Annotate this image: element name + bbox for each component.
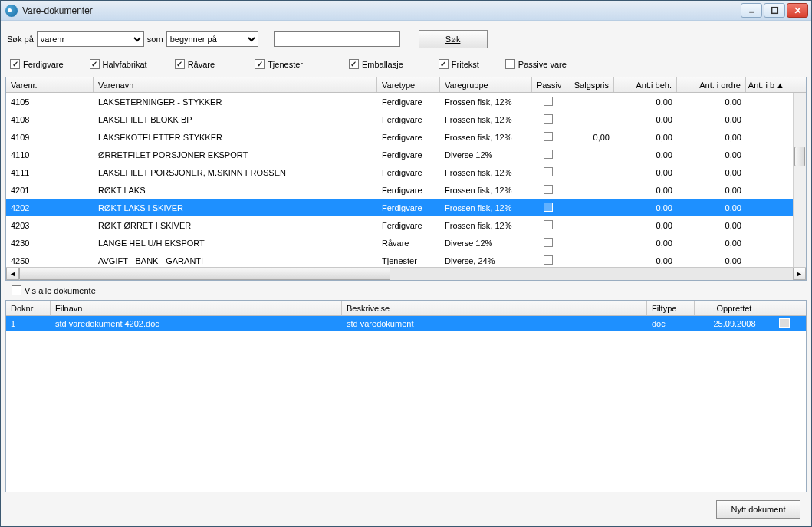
cell-passiv[interactable] xyxy=(532,167,564,178)
horizontal-scrollbar[interactable]: ◄ ► xyxy=(6,267,806,280)
documents-panel: Doknr Filnavn Beskrivelse Filtype Oppret… xyxy=(5,300,807,492)
checkbox-icon[interactable] xyxy=(544,150,553,159)
scrollbar-thumb[interactable] xyxy=(794,147,805,166)
filter-emballasje[interactable]: Emballasje xyxy=(349,59,403,69)
col-filnavn[interactable]: Filnavn xyxy=(51,301,342,315)
filter-label: Ferdigvare xyxy=(23,60,64,69)
filter-label: Emballasje xyxy=(362,60,403,69)
filter-fritekst[interactable]: Fritekst xyxy=(439,59,479,69)
cell-varenavn: LAKSEFILET BLOKK BP xyxy=(94,115,377,124)
cell-passiv[interactable] xyxy=(532,220,564,231)
checkbox-icon[interactable] xyxy=(544,167,553,176)
checkbox-icon[interactable] xyxy=(505,59,515,69)
cell-antiordre: 0,00 xyxy=(677,203,746,212)
cell-passiv[interactable] xyxy=(532,150,564,160)
table-row[interactable]: 4201RØKT LAKSFerdigvareFrossen fisk, 12%… xyxy=(6,181,806,199)
cell-varegruppe: Frossen fisk, 12% xyxy=(440,168,532,177)
cell-passiv[interactable] xyxy=(532,185,564,196)
col-beskrivelse[interactable]: Beskrivelse xyxy=(342,301,647,315)
filter-tjenester[interactable]: Tjenester xyxy=(255,59,303,69)
cell-passiv[interactable] xyxy=(532,97,564,107)
cell-varenavn: LAKSETERNINGER - STYKKER xyxy=(94,97,377,107)
checkbox-icon[interactable] xyxy=(544,255,553,265)
col-doknr[interactable]: Doknr xyxy=(6,301,51,315)
new-document-button[interactable]: Nytt dokument xyxy=(716,500,800,519)
table-row[interactable]: 4203RØKT ØRRET I SKIVERFerdigvareFrossen… xyxy=(6,216,806,234)
search-mode-select[interactable]: begynner på xyxy=(166,31,258,47)
table-row[interactable]: 4108LAKSEFILET BLOKK BPFerdigvareFrossen… xyxy=(6,110,806,128)
cell-antibeh: 0,00 xyxy=(614,221,677,230)
col-varetype[interactable]: Varetype xyxy=(377,77,440,92)
products-header: Varenr. Varenavn Varetype Varegruppe Pas… xyxy=(6,77,806,93)
checkbox-icon[interactable] xyxy=(544,114,553,124)
minimize-button[interactable] xyxy=(741,3,762,18)
cell-passiv[interactable] xyxy=(532,132,564,143)
checkbox-icon[interactable] xyxy=(439,59,449,69)
show-all-docs-checkbox[interactable] xyxy=(12,285,21,295)
cell-screen[interactable] xyxy=(774,318,793,329)
checkbox-icon[interactable] xyxy=(544,238,553,247)
table-row[interactable]: 4109LAKSEKOTELETTER STYKKERFerdigvareFro… xyxy=(6,128,806,146)
vertical-scrollbar[interactable] xyxy=(793,93,806,267)
col-antibeh[interactable]: Ant.i beh. xyxy=(614,77,677,92)
filter-råvare[interactable]: Råvare xyxy=(175,59,215,69)
col-antib[interactable]: Ant. i b▲ xyxy=(746,77,789,92)
cell-varenr: 4250 xyxy=(6,256,94,265)
scrollbar-thumb-h[interactable] xyxy=(19,268,390,280)
filter-halvfabrikat[interactable]: Halvfabrikat xyxy=(90,59,147,69)
svg-rect-1 xyxy=(771,8,777,14)
cell-passiv[interactable] xyxy=(532,203,564,213)
col-opprettet[interactable]: Opprettet xyxy=(695,301,774,315)
table-row[interactable]: 4105LAKSETERNINGER - STYKKERFerdigvareFr… xyxy=(6,93,806,110)
checkbox-icon[interactable] xyxy=(544,220,553,229)
cell-passiv[interactable] xyxy=(532,114,564,125)
table-row[interactable]: 4250AVGIFT - BANK - GARANTITjenesterDive… xyxy=(6,252,806,267)
search-button[interactable]: Søk xyxy=(419,30,488,48)
cell-varetype: Ferdigvare xyxy=(377,221,440,230)
table-row[interactable]: 4110ØRRETFILET PORSJONER EKSPORTFerdigva… xyxy=(6,146,806,163)
cell-varegruppe: Diverse 12% xyxy=(440,239,532,248)
cell-varenr: 4202 xyxy=(6,203,94,212)
col-varegruppe[interactable]: Varegruppe xyxy=(440,77,532,92)
col-extra[interactable] xyxy=(774,301,793,315)
col-varenr[interactable]: Varenr. xyxy=(6,77,94,92)
search-input[interactable] xyxy=(274,31,400,47)
cell-beskrivelse: std varedokument xyxy=(342,319,647,328)
checkbox-icon[interactable] xyxy=(10,59,20,69)
col-antiordre[interactable]: Ant. i ordre xyxy=(677,77,746,92)
scroll-left-icon[interactable]: ◄ xyxy=(6,268,19,280)
checkbox-icon[interactable] xyxy=(255,59,265,69)
search-field-select[interactable]: varenr xyxy=(37,31,144,47)
scroll-right-icon[interactable]: ► xyxy=(793,268,806,280)
cell-antibeh: 0,00 xyxy=(614,150,677,160)
cell-varenr: 4109 xyxy=(6,133,94,142)
col-salgspris[interactable]: Salgspris xyxy=(564,77,614,92)
checkbox-icon[interactable] xyxy=(544,203,553,212)
checkbox-icon[interactable] xyxy=(544,132,553,141)
checkbox-icon[interactable] xyxy=(544,97,553,106)
checkbox-icon[interactable] xyxy=(544,185,553,194)
checkbox-icon[interactable] xyxy=(90,59,100,69)
documents-body[interactable]: 1std varedokument 4202.docstd varedokume… xyxy=(6,316,806,492)
cell-varenavn: LANGE HEL U/H EKSPORT xyxy=(94,239,377,248)
search-row: Søk på varenr som begynner på Søk xyxy=(5,25,807,56)
checkbox-icon[interactable] xyxy=(349,59,359,69)
cell-varegruppe: Frossen fisk, 12% xyxy=(440,186,532,195)
checkbox-icon[interactable] xyxy=(175,59,185,69)
table-row[interactable]: 4202RØKT LAKS I SKIVERFerdigvareFrossen … xyxy=(6,199,806,216)
table-row[interactable]: 1std varedokument 4202.docstd varedokume… xyxy=(6,316,806,331)
titlebar[interactable]: Vare-dokumenter xyxy=(1,1,811,21)
products-body[interactable]: 4105LAKSETERNINGER - STYKKERFerdigvareFr… xyxy=(6,93,806,267)
table-row[interactable]: 4111LAKSEFILET PORSJONER, M.SKINN FROSSE… xyxy=(6,163,806,181)
cell-passiv[interactable] xyxy=(532,238,564,249)
close-button[interactable] xyxy=(787,3,808,18)
filter-ferdigvare[interactable]: Ferdigvare xyxy=(10,59,64,69)
cell-passiv[interactable] xyxy=(532,255,564,266)
cell-antibeh: 0,00 xyxy=(614,203,677,212)
col-filtype[interactable]: Filtype xyxy=(647,301,695,315)
filter-passive-vare[interactable]: Passive vare xyxy=(505,59,567,69)
col-varenavn[interactable]: Varenavn xyxy=(94,77,377,92)
col-passiv[interactable]: Passiv xyxy=(532,77,564,92)
table-row[interactable]: 4230LANGE HEL U/H EKSPORTRåvareDiverse 1… xyxy=(6,234,806,252)
maximize-button[interactable] xyxy=(764,3,785,18)
